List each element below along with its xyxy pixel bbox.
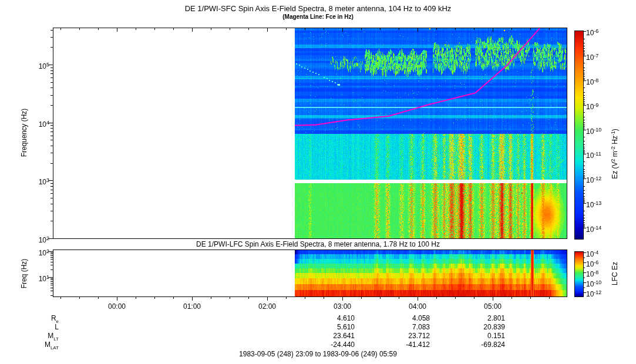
sfc-colorbar-label: Ez (V2 m-2 Hz-1) (608, 129, 620, 179)
ephemeris-value: 4.058 (383, 314, 430, 323)
ephemeris-value: 23.641 (308, 332, 355, 341)
ephemeris-value: 0.151 (458, 332, 505, 341)
lfc-colorbar-label: LFC Ez (611, 262, 620, 285)
x-axis-tick-label: 04:00 (400, 302, 435, 311)
ephemeris-row-label: MLAT (23, 341, 59, 352)
x-axis-tick-label: 00:00 (99, 302, 134, 311)
ephemeris-value: 5.610 (308, 323, 355, 332)
sfc-colorbar-tick-label: 10-6 (586, 26, 598, 38)
sfc-colorbar-tick-label: 10-14 (586, 223, 601, 234)
sfc-colorbar-tick-label: 10-10 (586, 125, 601, 136)
x-axis-tick-label: 03:00 (325, 302, 360, 311)
sfc-subtitle: (Magenta Line: Fce in Hz) (0, 14, 636, 21)
sfc-colorbar-tick-label: 10-13 (586, 198, 601, 210)
ephemeris-value: 4.610 (308, 314, 355, 323)
spectrogram-figure: DE 1/PWI-SFC Spin Axis E-Field Spectra, … (0, 0, 636, 364)
ephemeris-value: -69.824 (458, 341, 505, 349)
sfc-ytick-label: 102 (21, 234, 49, 245)
ephemeris-value: -41.412 (383, 341, 430, 349)
ephemeris-row-label: L (23, 323, 59, 332)
ephemeris-value: -24.440 (308, 341, 355, 349)
lfc-ytick-label: 101 (21, 272, 49, 284)
lfc-colorbar-tick-label: 10-12 (586, 288, 601, 299)
ephemeris-value: 2.801 (458, 314, 505, 323)
x-axis-tick-label: 05:00 (475, 302, 510, 311)
x-axis-tick-label: 01:00 (174, 302, 210, 311)
sfc-ytick-label: 105 (21, 60, 49, 71)
sfc-colorbar-tick-label: 10-7 (586, 51, 598, 62)
sfc-colorbar-tick-label: 10-9 (586, 100, 598, 112)
footer-time-range: 1983-09-05 (248) 23:09 to 1983-09-06 (24… (0, 350, 636, 359)
sfc-y-axis-label: Frequency (Hz) (20, 109, 29, 157)
sfc-colorbar-tick-label: 10-12 (586, 174, 601, 185)
sfc-title: DE 1/PWI-SFC Spin Axis E-Field Spectra, … (0, 4, 636, 13)
ephemeris-value: 23.712 (383, 332, 430, 341)
lfc-title: DE 1/PWI-LFC Spin Axis E-Field Spectra, … (0, 240, 636, 249)
sfc-colorbar-tick-label: 10-8 (586, 76, 598, 87)
sfc-ytick-label: 104 (21, 118, 49, 129)
sfc-colorbar-tick-label: 10-11 (586, 149, 601, 160)
ephemeris-value: 20.839 (458, 323, 505, 332)
ephemeris-value: 7.083 (383, 323, 430, 332)
lfc-ytick-label: 102 (21, 247, 49, 258)
x-axis-tick-label: 02:00 (250, 302, 285, 311)
sfc-ytick-label: 103 (21, 176, 49, 187)
spectrogram-canvas (0, 0, 636, 364)
